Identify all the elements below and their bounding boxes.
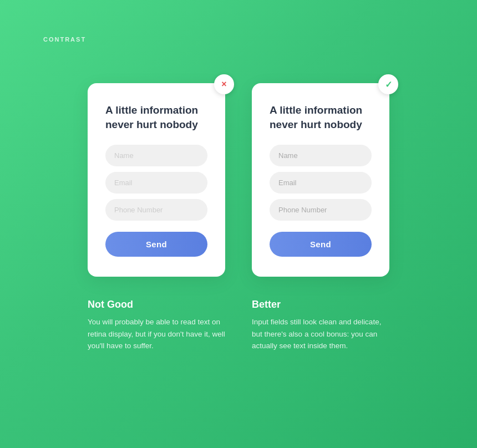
send-button-bad[interactable]: Send	[105, 232, 207, 257]
email-input-good[interactable]	[270, 172, 372, 194]
cards-container: × A little information never hurt nobody…	[0, 83, 477, 277]
brand-label: CONTRAST	[43, 36, 86, 43]
badge-good: ✓	[378, 74, 398, 94]
card-bad-title: A little information never hurt nobody	[105, 103, 207, 131]
badge-bad: ×	[214, 74, 234, 94]
phone-input-good[interactable]	[270, 199, 372, 221]
email-input-bad[interactable]	[105, 172, 207, 194]
card-bad: × A little information never hurt nobody…	[88, 83, 225, 277]
description-good: Better Input fields still look clean and…	[252, 299, 389, 352]
description-good-text: Input fields still look clean and delica…	[252, 316, 389, 352]
card-good-title: A little information never hurt nobody	[270, 103, 372, 131]
name-input-bad[interactable]	[105, 145, 207, 166]
description-good-title: Better	[252, 299, 389, 310]
description-bad: Not Good You will probably be able to re…	[88, 299, 225, 352]
phone-input-bad[interactable]	[105, 199, 207, 221]
card-good: ✓ A little information never hurt nobody…	[252, 83, 389, 277]
description-bad-text: You will probably be able to read text o…	[88, 316, 225, 352]
description-bad-title: Not Good	[88, 299, 225, 310]
name-input-good[interactable]	[270, 145, 372, 166]
descriptions-container: Not Good You will probably be able to re…	[0, 299, 477, 352]
send-button-good[interactable]: Send	[270, 232, 372, 257]
